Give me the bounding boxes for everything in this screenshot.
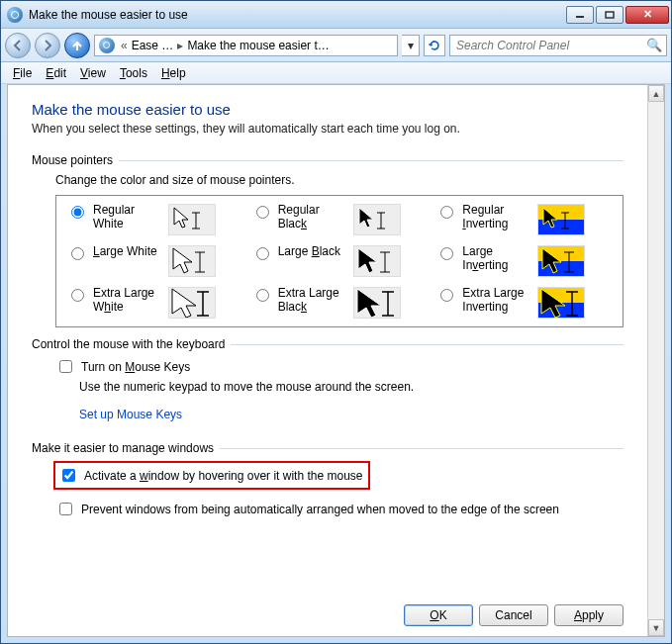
navbar: « Ease … ▸ Make the mouse easier t… ▾ 🔍: [1, 29, 671, 62]
radio-large-white[interactable]: [71, 247, 84, 260]
group-label: Make it easier to manage windows: [32, 441, 214, 455]
radio-regular-black[interactable]: [256, 206, 269, 219]
page-title: Make the mouse easier to use: [32, 101, 624, 118]
control-panel-icon: [99, 38, 115, 53]
ok-button[interactable]: OK: [404, 604, 473, 626]
pointer-opt-regular-inverting[interactable]: Regular Inverting: [435, 204, 613, 235]
pointer-swatch: [537, 204, 585, 235]
checkbox-mouse-keys-input[interactable]: [59, 360, 72, 373]
pointer-label: Large Inverting: [462, 245, 531, 273]
helper-text: Use the numeric keypad to move the mouse…: [79, 380, 624, 394]
titlebar: Make the mouse easier to use ✕: [1, 1, 671, 29]
menu-edit[interactable]: Edit: [40, 64, 72, 82]
scroll-track[interactable]: [648, 102, 664, 619]
menu-file[interactable]: File: [7, 64, 38, 82]
pointer-opt-xl-black[interactable]: Extra Large Black: [251, 287, 429, 319]
pointer-opt-xl-inverting[interactable]: Extra Large Inverting: [435, 287, 613, 319]
checkbox-prevent-arrange[interactable]: Prevent windows from being automatically…: [55, 500, 624, 518]
pointer-opt-large-black[interactable]: Large Black: [251, 245, 429, 277]
refresh-icon: [428, 39, 441, 52]
window-title: Make the mouse easier to use: [29, 8, 566, 22]
search-box[interactable]: 🔍: [449, 35, 667, 56]
pointer-grid: Regular White Regular Black Regular Inve…: [55, 195, 624, 327]
group-manage-windows: Make it easier to manage windows: [32, 441, 624, 455]
radio-regular-inverting[interactable]: [440, 206, 453, 219]
group-keyboard: Control the mouse with the keyboard: [32, 337, 624, 351]
scroll-up-button[interactable]: ▲: [648, 85, 664, 102]
checkbox-label: Prevent windows from being automatically…: [81, 503, 559, 516]
chevron-right-icon: ▸: [175, 39, 185, 52]
svg-rect-1: [606, 12, 614, 18]
group-sublabel: Change the color and size of mouse point…: [55, 173, 624, 187]
svg-rect-0: [576, 16, 584, 18]
menu-tools[interactable]: Tools: [114, 64, 153, 82]
group-label: Control the mouse with the keyboard: [32, 337, 225, 351]
maximize-button[interactable]: [596, 6, 624, 24]
pointer-label: Regular Inverting: [462, 204, 531, 231]
window: Make the mouse easier to use ✕ « Ease …: [0, 0, 672, 644]
footer-buttons: OK Cancel Apply: [404, 604, 624, 626]
minimize-button[interactable]: [566, 6, 594, 24]
radio-xl-black[interactable]: [256, 289, 269, 302]
pointer-opt-large-inverting[interactable]: Large Inverting: [435, 245, 613, 277]
radio-regular-white[interactable]: [71, 206, 84, 219]
pointer-label: Extra Large Black: [278, 287, 347, 315]
apply-button[interactable]: Apply: [554, 604, 624, 626]
pointer-opt-regular-white[interactable]: Regular White: [66, 204, 243, 235]
checkbox-mouse-keys[interactable]: Turn on Mouse Keys: [55, 357, 624, 376]
cancel-button[interactable]: Cancel: [479, 604, 548, 626]
pointer-label: Regular Black: [278, 204, 347, 231]
pointer-opt-regular-black[interactable]: Regular Black: [251, 204, 429, 235]
chevron-down-icon: ▼: [652, 623, 661, 633]
divider: [231, 344, 624, 345]
scrollbar[interactable]: ▲ ▼: [647, 85, 664, 636]
content-outer: Make the mouse easier to use When you se…: [7, 84, 665, 637]
breadcrumb-seg-2[interactable]: Make the mouse easier t…: [185, 39, 331, 52]
pointer-swatch: [353, 204, 401, 235]
radio-xl-white[interactable]: [71, 289, 84, 302]
checkbox-activate-hover[interactable]: [62, 469, 75, 482]
breadcrumb-seg-1[interactable]: Ease …: [130, 39, 176, 52]
menu-help[interactable]: Help: [155, 64, 192, 82]
search-icon[interactable]: 🔍: [646, 38, 662, 52]
arrow-left-icon: [11, 39, 25, 52]
radio-large-inverting[interactable]: [440, 247, 453, 260]
group-label: Mouse pointers: [32, 153, 113, 167]
pointer-swatch: [353, 245, 401, 277]
pointer-swatch: [353, 287, 401, 319]
up-button[interactable]: [64, 33, 90, 58]
radio-xl-inverting[interactable]: [440, 289, 453, 302]
pointer-label: Extra Large Inverting: [462, 287, 531, 315]
menu-view[interactable]: View: [74, 64, 112, 82]
close-button[interactable]: ✕: [625, 6, 669, 24]
breadcrumb[interactable]: « Ease … ▸ Make the mouse easier t…: [94, 35, 398, 56]
link-setup-mouse-keys[interactable]: Set up Mouse Keys: [79, 408, 182, 421]
pointer-label: Regular White: [93, 204, 162, 231]
search-input[interactable]: [454, 38, 646, 53]
highlight-activate-hover: Activate a window by hovering over it wi…: [53, 461, 370, 490]
breadcrumb-dropdown[interactable]: ▾: [402, 35, 420, 56]
scroll-down-button[interactable]: ▼: [648, 619, 664, 636]
close-icon: ✕: [643, 8, 652, 21]
divider: [119, 160, 624, 161]
refresh-button[interactable]: [424, 35, 445, 56]
pointer-swatch: [168, 204, 216, 235]
checkbox-label: Turn on Mouse Keys: [81, 360, 190, 374]
page-subtitle: When you select these settings, they wil…: [32, 122, 624, 136]
checkbox-label: Activate a window by hovering over it wi…: [84, 469, 362, 483]
pointer-swatch: [537, 245, 585, 277]
pointer-swatch: [168, 245, 216, 277]
pointer-label: Large Black: [278, 245, 347, 259]
menubar: File Edit View Tools Help: [1, 62, 671, 84]
arrow-up-icon: [70, 39, 84, 52]
pointer-opt-large-white[interactable]: Large White: [66, 245, 243, 277]
pointer-opt-xl-white[interactable]: Extra Large White: [66, 287, 243, 319]
pointer-label: Large White: [93, 245, 162, 259]
arrow-right-icon: [41, 39, 54, 52]
window-controls: ✕: [566, 6, 669, 24]
maximize-icon: [605, 11, 615, 19]
forward-button[interactable]: [35, 33, 60, 58]
radio-large-black[interactable]: [256, 247, 269, 260]
back-button[interactable]: [5, 33, 31, 58]
checkbox-prevent-arrange-input[interactable]: [59, 503, 72, 515]
